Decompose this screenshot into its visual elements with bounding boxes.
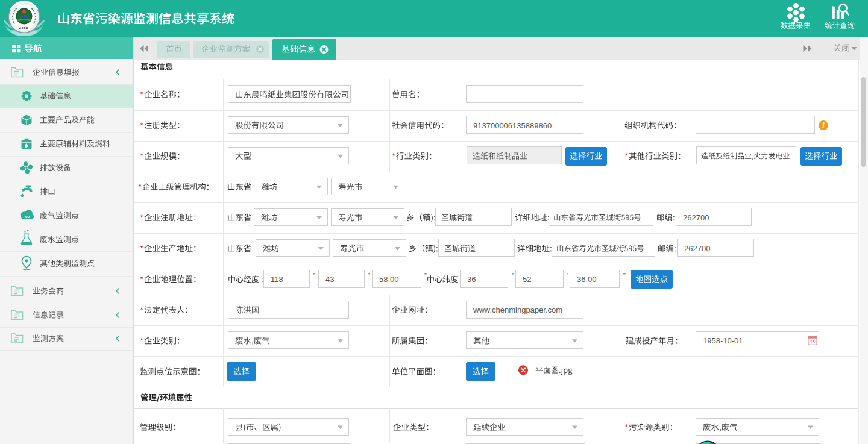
svg-text:15: 15 <box>810 339 815 345</box>
svg-text:°: ° <box>313 272 315 279</box>
svg-text:i: i <box>822 121 825 130</box>
svg-text:262700: 262700 <box>683 213 709 222</box>
svg-text:www.chenmingpaper.com: www.chenmingpaper.com <box>473 305 562 314</box>
svg-text:co: co <box>25 214 30 219</box>
svg-text:": " <box>424 272 427 279</box>
svg-text:": " <box>623 272 626 279</box>
svg-text:°: ° <box>512 272 514 279</box>
svg-text:36.00: 36.00 <box>577 275 597 284</box>
svg-text:52: 52 <box>523 275 531 284</box>
svg-text:': ' <box>567 272 568 279</box>
svg-text:913700006135889860: 913700006135889860 <box>473 121 552 130</box>
svg-text:118: 118 <box>271 275 283 284</box>
svg-text:36: 36 <box>467 275 476 284</box>
svg-text::: : <box>261 275 263 284</box>
svg-text:262700: 262700 <box>684 244 710 253</box>
svg-text:ZHB: ZHB <box>19 26 30 30</box>
svg-text:1958-10-01: 1958-10-01 <box>703 336 743 345</box>
svg-text:58.00: 58.00 <box>379 275 399 284</box>
svg-text:43: 43 <box>326 275 334 284</box>
svg-text:': ' <box>368 272 370 279</box>
